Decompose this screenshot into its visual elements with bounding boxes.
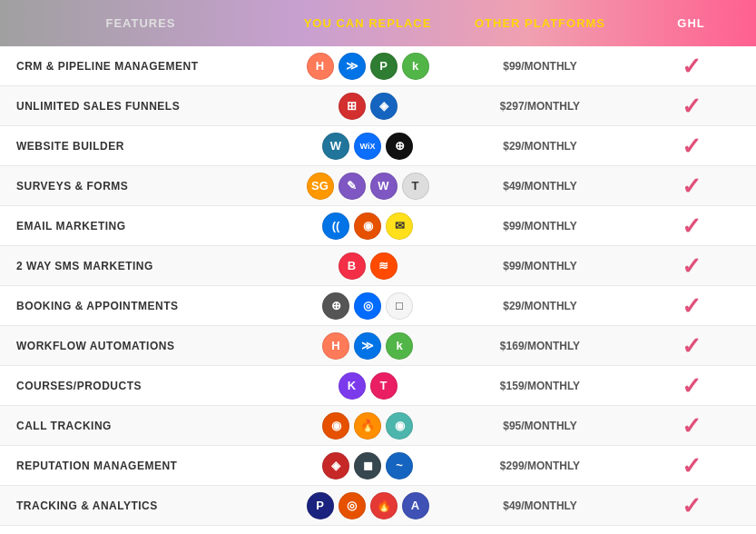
ghl-check-cell: ✓ xyxy=(626,86,756,125)
service-icon: ≫ xyxy=(339,53,366,80)
table-row: WORKFLOW AUTOMATIONSH≫k$169/MONTHLY✓ xyxy=(0,326,756,366)
price-cell: $49/MONTHLY xyxy=(454,486,626,525)
check-icon: ✓ xyxy=(682,454,702,478)
ghl-check-cell: ✓ xyxy=(626,366,756,405)
check-icon: ✓ xyxy=(682,54,702,78)
table-row: CALL TRACKING◉🔥◉$95/MONTHLY✓ xyxy=(0,406,756,446)
feature-name-cell: WORKFLOW AUTOMATIONS xyxy=(0,326,281,365)
ghl-check-cell: ✓ xyxy=(626,206,756,245)
check-icon: ✓ xyxy=(682,214,702,238)
table-row: BOOKING & APPOINTMENTS⊕◎□$29/MONTHLY✓ xyxy=(0,286,756,326)
feature-name-cell: REPUTATION MANAGEMENT xyxy=(0,446,281,485)
table-row: WEBSITE BUILDERWWiX⊕$29/MONTHLY✓ xyxy=(0,126,756,166)
service-icon: ◎ xyxy=(354,292,381,320)
icons-cell: ⊕◎□ xyxy=(281,286,454,325)
service-icon: ◎ xyxy=(339,492,366,519)
icons-cell: SG✎WT xyxy=(281,166,454,205)
check-icon: ✓ xyxy=(682,334,702,358)
service-icon: B xyxy=(339,252,366,280)
check-icon: ✓ xyxy=(682,134,702,158)
feature-name-cell: WEBSITE BUILDER xyxy=(0,126,281,165)
check-icon: ✓ xyxy=(682,94,702,118)
table-row: SURVEYS & FORMSSG✎WT$49/MONTHLY✓ xyxy=(0,166,756,206)
feature-name-cell: COURSES/PRODUCTS xyxy=(0,366,281,405)
icons-cell: H≫k xyxy=(281,326,454,365)
service-icon: ≫ xyxy=(354,332,381,360)
service-icon: ◉ xyxy=(354,213,381,240)
service-icon: ◉ xyxy=(322,412,349,440)
price-cell: $99/MONTHLY xyxy=(454,246,626,285)
price-cell: $297/MONTHLY xyxy=(454,86,626,125)
service-icon: T xyxy=(402,173,429,200)
header-features: FEATURES xyxy=(0,9,281,37)
service-icon: ◼ xyxy=(354,452,381,480)
price-cell: $95/MONTHLY xyxy=(454,406,626,445)
price-cell: $169/MONTHLY xyxy=(454,326,626,365)
table-row: EMAIL MARKETING((◉✉$99/MONTHLY✓ xyxy=(0,206,756,246)
ghl-check-cell: ✓ xyxy=(626,246,756,285)
table-row: CRM & PIPELINE MANAGEMENTH≫Pk$99/MONTHLY… xyxy=(0,46,756,86)
service-icon: ~ xyxy=(386,452,413,480)
service-icon: P xyxy=(307,492,334,519)
service-icon: ◈ xyxy=(322,452,349,480)
icons-cell: ((◉✉ xyxy=(281,206,454,245)
ghl-check-cell: ✓ xyxy=(626,486,756,525)
icons-cell: ◉🔥◉ xyxy=(281,406,454,445)
service-icon: SG xyxy=(307,173,334,200)
price-cell: $99/MONTHLY xyxy=(454,206,626,245)
icons-cell: ⊞◈ xyxy=(281,86,454,125)
service-icon: T xyxy=(370,372,398,400)
feature-name-cell: EMAIL MARKETING xyxy=(0,206,281,245)
table-row: TRACKING & ANALYTICSP◎🔥A$49/MONTHLY✓ xyxy=(0,486,756,526)
price-cell: $99/MONTHLY xyxy=(454,46,626,85)
table-row: UNLIMITED SALES FUNNELS⊞◈$297/MONTHLY✓ xyxy=(0,86,756,126)
ghl-check-cell: ✓ xyxy=(626,326,756,365)
check-icon: ✓ xyxy=(682,294,702,318)
service-icon: W xyxy=(370,173,398,200)
table-body: CRM & PIPELINE MANAGEMENTH≫Pk$99/MONTHLY… xyxy=(0,46,756,534)
service-icon: (( xyxy=(322,213,349,240)
check-icon: ✓ xyxy=(682,374,702,398)
service-icon: A xyxy=(402,492,429,519)
comparison-table: FEATURES YOU CAN REPLACE OTHER PLATFORMS… xyxy=(0,0,756,534)
check-icon: ✓ xyxy=(682,494,702,518)
header-replace: YOU CAN REPLACE xyxy=(281,9,454,37)
feature-name-cell: TRACKING & ANALYTICS xyxy=(0,486,281,525)
service-icon: ◈ xyxy=(370,93,398,120)
service-icon: WiX xyxy=(354,133,381,160)
service-icon: k xyxy=(402,53,429,80)
ghl-check-cell: ✓ xyxy=(626,406,756,445)
header-other: OTHER PLATFORMS xyxy=(454,9,626,37)
service-icon: P xyxy=(370,53,398,80)
feature-name-cell: BOOKING & APPOINTMENTS xyxy=(0,286,281,325)
feature-name-cell: SURVEYS & FORMS xyxy=(0,166,281,205)
service-icon: ⊕ xyxy=(322,292,349,320)
price-cell: $49/MONTHLY xyxy=(454,166,626,205)
service-icon: ⊕ xyxy=(386,133,413,160)
feature-name-cell: CALL TRACKING xyxy=(0,406,281,445)
check-icon: ✓ xyxy=(682,174,702,198)
feature-name-cell: 2 WAY SMS MARKETING xyxy=(0,246,281,285)
feature-name-cell: GRAY-LABELED MOBILE APP xyxy=(0,526,281,534)
service-icon: □ xyxy=(386,292,413,320)
service-icon: W xyxy=(322,133,349,160)
service-icon: H xyxy=(322,332,349,360)
price-cell: UNIQUE TO GHL xyxy=(454,526,626,534)
icons-cell: B≋ xyxy=(281,246,454,285)
table-row: 2 WAY SMS MARKETINGB≋$99/MONTHLY✓ xyxy=(0,246,756,286)
service-icon: 🔥 xyxy=(370,492,398,519)
ghl-check-cell: ✓ xyxy=(626,446,756,485)
icons-cell: P◎🔥A xyxy=(281,486,454,525)
table-row: REPUTATION MANAGEMENT◈◼~$299/MONTHLY✓ xyxy=(0,446,756,486)
header-ghl: GHL xyxy=(626,9,756,37)
icons-cell: WWiX⊕ xyxy=(281,126,454,165)
service-icon: ✎ xyxy=(339,173,366,200)
icons-cell xyxy=(281,526,454,534)
service-icon: k xyxy=(386,332,413,360)
service-icon: 🔥 xyxy=(354,412,381,440)
service-icon: ◉ xyxy=(386,412,413,440)
feature-name-cell: CRM & PIPELINE MANAGEMENT xyxy=(0,46,281,85)
table-row: GRAY-LABELED MOBILE APPUNIQUE TO GHL✓ xyxy=(0,526,756,534)
price-cell: $29/MONTHLY xyxy=(454,126,626,165)
service-icon: H xyxy=(307,53,334,80)
